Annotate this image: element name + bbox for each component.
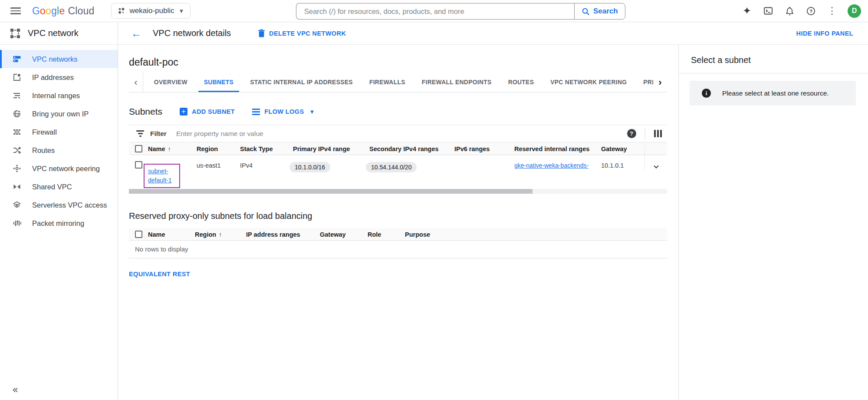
notifications-bell-icon[interactable] — [784, 5, 795, 17]
search-button[interactable]: Search — [574, 3, 625, 20]
empty-table-message: No rows to display — [129, 241, 667, 258]
subnets-header-row: Subnets + ADD SUBNET FLOW LOGS ▼ — [129, 106, 667, 117]
proxy-select-all-checkbox[interactable] — [135, 231, 142, 238]
sidebar-item-routes[interactable]: Routes — [0, 141, 118, 159]
tab-overview[interactable]: OVERVIEW — [146, 73, 196, 92]
flow-logs-label: FLOW LOGS — [264, 108, 304, 115]
filter-bar: Filter ? — [129, 125, 667, 142]
column-display-options-icon[interactable] — [654, 130, 662, 137]
sidebar-item-serverless-vpc-access[interactable]: Serverless VPC access — [0, 196, 118, 214]
logo-cloud-word: Cloud — [68, 5, 94, 17]
col-region[interactable]: Region — [197, 145, 240, 152]
col-reserved-internal[interactable]: Reserved internal ranges — [514, 145, 601, 152]
project-picker[interactable]: wekaio-public ▼ — [111, 3, 191, 19]
sidebar-item-packet-mirroring[interactable]: Packet mirroring — [0, 214, 118, 232]
firewall-icon — [12, 127, 22, 137]
product-title: VPC network — [28, 28, 79, 38]
sidebar-item-label: Routes — [32, 146, 55, 155]
sidebar-item-label: IP addresses — [32, 73, 74, 82]
tab-firewalls[interactable]: FIREWALLS — [361, 73, 414, 92]
tab-static-internal-ip-addresses[interactable]: STATIC INTERNAL IP ADDRESSES — [242, 73, 361, 92]
col-proxy-ip-ranges[interactable]: IP address ranges — [246, 231, 320, 238]
row-checkbox[interactable] — [135, 161, 142, 169]
filter-help-icon[interactable]: ? — [627, 129, 636, 138]
info-panel: Select a subnet i Please select at least… — [678, 45, 868, 400]
sidebar-item-firewall[interactable]: Firewall — [0, 123, 118, 141]
menu-icon[interactable] — [10, 6, 21, 16]
add-subnet-button[interactable]: + ADD SUBNET — [180, 108, 235, 116]
sidebar-item-label: VPC network peering — [32, 165, 100, 173]
cell-gateway: 10.1.0.1 — [601, 155, 644, 169]
collapse-nav-icon[interactable] — [11, 386, 19, 394]
sidebar-item-label: VPC networks — [32, 55, 78, 63]
tab-routes[interactable]: ROUTES — [500, 73, 542, 92]
col-gateway[interactable]: Gateway — [601, 145, 644, 152]
col-proxy-purpose[interactable]: Purpose — [405, 231, 667, 238]
filter-input[interactable] — [175, 129, 627, 138]
sidebar-item-vpc-network-peering[interactable]: VPC network peering — [0, 159, 118, 178]
search-input[interactable] — [296, 3, 574, 20]
logo-google-word: Google — [32, 5, 65, 17]
help-icon[interactable]: ? — [805, 5, 816, 17]
col-proxy-region[interactable]: Region↑ — [195, 231, 246, 238]
internal-ranges-icon — [12, 91, 22, 100]
equivalent-rest-button[interactable]: EQUIVALENT REST — [129, 271, 190, 278]
account-avatar[interactable]: D — [848, 4, 861, 18]
tabs-scroll-left-icon[interactable]: ‹ — [129, 73, 143, 92]
hide-info-panel-button[interactable]: HIDE INFO PANEL — [796, 30, 853, 37]
gemini-sparkle-icon[interactable]: ✦ — [741, 5, 753, 17]
sort-asc-icon: ↑ — [168, 145, 171, 152]
back-arrow-icon[interactable]: ← — [131, 28, 141, 39]
tab-subnets[interactable]: SUBNETS — [196, 73, 242, 92]
more-vert-icon[interactable]: ⋮ — [826, 5, 838, 17]
google-cloud-logo[interactable]: Google Cloud — [32, 5, 95, 17]
tabs-scroll-right-icon[interactable]: › — [653, 73, 667, 92]
col-proxy-name[interactable]: Name — [148, 231, 195, 238]
sidebar-item-internal-ranges[interactable]: Internal ranges — [0, 86, 118, 105]
info-panel-header: Select a subnet — [679, 45, 868, 73]
tab-private-clipped[interactable]: PRIV — [635, 73, 653, 92]
subnet-name-link[interactable]: subnet-default-1 — [148, 168, 171, 184]
flow-logs-button[interactable]: FLOW LOGS ▼ — [252, 108, 315, 115]
tab-divider — [143, 73, 143, 92]
search-button-label: Search — [593, 7, 618, 16]
sidebar-item-label: Packet mirroring — [32, 219, 84, 228]
packet-mirroring-icon — [12, 218, 22, 228]
add-subnet-label: ADD SUBNET — [192, 108, 235, 115]
tab-bar: ‹ OVERVIEW SUBNETS STATIC INTERNAL IP AD… — [129, 73, 667, 93]
sidebar-item-shared-vpc[interactable]: Shared VPC — [0, 178, 118, 196]
subnet-name-highlight: subnet-default-1 — [144, 164, 180, 188]
sidebar-item-vpc-networks[interactable]: VPC networks — [0, 50, 118, 68]
sidebar-item-label: Serverless VPC access — [32, 201, 107, 209]
horizontal-scrollbar — [129, 189, 667, 194]
delete-vpc-network-button[interactable]: DELETE VPC NETWORK — [258, 29, 346, 37]
routes-icon — [12, 145, 22, 155]
subnets-table-header: Name↑ Region Stack Type Primary IPv4 ran… — [129, 142, 667, 155]
chevron-down-icon: ▼ — [309, 109, 315, 115]
info-icon: i — [702, 89, 711, 98]
col-stack-type[interactable]: Stack Type — [240, 145, 293, 152]
select-all-checkbox[interactable] — [135, 145, 142, 152]
sidebar-item-ip-addresses[interactable]: IP addresses — [0, 68, 118, 86]
primary-ipv4-chip: 10.1.0.0/16 — [289, 162, 330, 172]
col-ipv6[interactable]: IPv6 ranges — [454, 145, 514, 152]
product-header: VPC network — [0, 22, 118, 44]
network-name: default-poc — [129, 56, 667, 68]
tab-vpc-network-peering[interactable]: VPC NETWORK PEERING — [542, 73, 635, 92]
col-proxy-gateway[interactable]: Gateway — [320, 231, 368, 238]
sidebar-nav: VPC networks IP addresses Internal range… — [0, 45, 118, 400]
reserved-internal-range-link[interactable]: gke-native-weka-backends- — [514, 162, 589, 169]
divider — [645, 128, 645, 139]
cloud-shell-icon[interactable] — [763, 5, 774, 17]
col-primary-ipv4[interactable]: Primary IPv4 range — [293, 145, 369, 152]
tab-firewall-endpoints[interactable]: FIREWALL ENDPOINTS — [414, 73, 500, 92]
svg-text:?: ? — [809, 8, 812, 13]
col-proxy-role[interactable]: Role — [368, 231, 405, 238]
scrollbar-thumb[interactable] — [129, 189, 533, 194]
sidebar-item-bring-your-own-ip[interactable]: Bring your own IP — [0, 105, 118, 123]
col-secondary-ipv4[interactable]: Secondary IPv4 ranges — [369, 145, 454, 152]
sidebar-item-label: Shared VPC — [32, 183, 72, 191]
row-expand-chevron-icon[interactable] — [644, 155, 667, 171]
shared-vpc-icon — [12, 182, 22, 192]
col-name[interactable]: Name↑ — [148, 145, 197, 152]
